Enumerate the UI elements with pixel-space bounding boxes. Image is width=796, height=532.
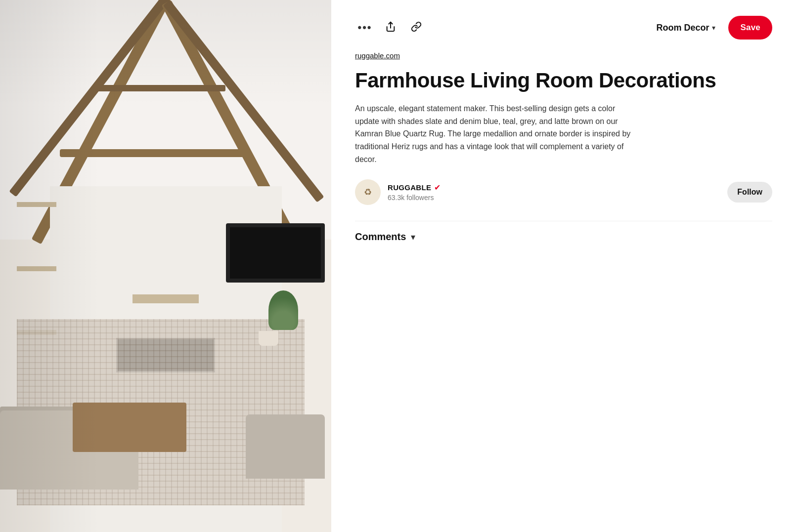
coffee-table xyxy=(73,403,186,452)
pin-details-panel: ••• xyxy=(331,0,796,532)
verified-icon: ✔ xyxy=(434,183,441,192)
avatar[interactable]: ♻ xyxy=(355,179,381,205)
creator-section: ♻ RUGGABLE ✔ 63.3k followers Follow xyxy=(355,179,772,205)
chevron-down-icon: ▾ xyxy=(712,24,715,32)
shelf-1 xyxy=(17,202,56,207)
save-button[interactable]: Save xyxy=(728,16,772,40)
share-icon xyxy=(385,21,396,35)
toolbar-icons: ••• xyxy=(355,18,643,38)
creator-followers: 63.3k followers xyxy=(388,194,720,202)
chair-right xyxy=(246,414,325,479)
board-selector[interactable]: Room Decor ▾ xyxy=(651,20,720,36)
room-scene xyxy=(0,0,331,532)
comments-header[interactable]: Comments ▾ xyxy=(355,231,772,243)
svg-text:♻: ♻ xyxy=(364,187,372,197)
creator-info: RUGGABLE ✔ 63.3k followers xyxy=(388,183,720,202)
comments-section: Comments ▾ xyxy=(355,221,772,243)
pin-image-panel xyxy=(0,0,331,532)
share-button[interactable] xyxy=(381,18,400,38)
pin-title: Farmhouse Living Room Decorations xyxy=(355,69,772,92)
fireplace-mantel xyxy=(133,294,199,303)
creator-name: RUGGABLE xyxy=(388,183,431,192)
plant xyxy=(268,290,298,330)
link-button[interactable] xyxy=(406,18,426,38)
comments-title: Comments xyxy=(355,231,406,243)
beam-horizontal2 xyxy=(93,85,225,91)
shelf-2 xyxy=(17,266,56,271)
comments-chevron-icon: ▾ xyxy=(411,232,415,243)
more-options-button[interactable]: ••• xyxy=(355,18,375,38)
plant-pot xyxy=(259,331,278,346)
source-link[interactable]: ruggable.com xyxy=(355,51,772,60)
toolbar: ••• xyxy=(355,16,772,40)
pin-description: An upscale, elegant statement maker. Thi… xyxy=(355,102,632,165)
board-name: Room Decor xyxy=(656,23,709,33)
creator-name-row: RUGGABLE ✔ xyxy=(388,183,720,192)
tv xyxy=(226,223,325,283)
more-icon: ••• xyxy=(357,21,372,34)
beam-horizontal xyxy=(60,149,249,157)
follow-button[interactable]: Follow xyxy=(727,182,772,203)
link-icon xyxy=(411,21,422,35)
